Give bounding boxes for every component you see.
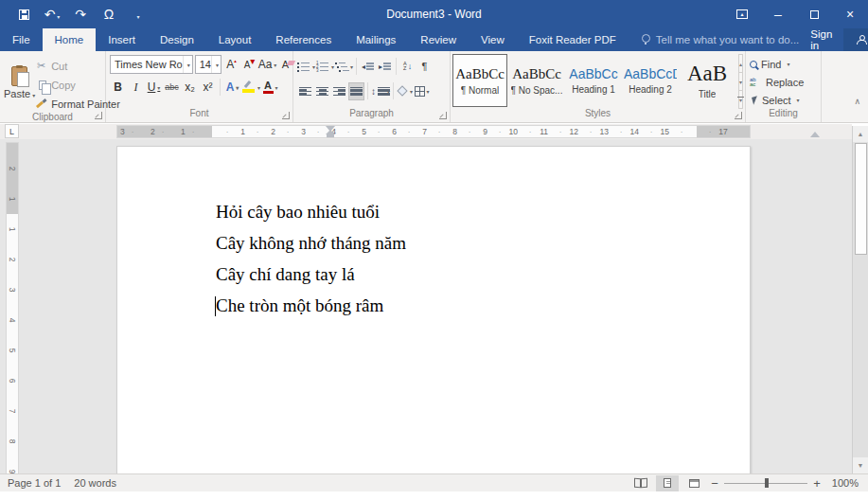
ribbon-tab[interactable]: Foxit Reader PDF — [517, 28, 629, 51]
styles-more-button[interactable] — [738, 90, 743, 109]
font-size-dropdown-arrow[interactable] — [211, 56, 221, 73]
ribbon-tab[interactable]: Review — [408, 28, 469, 51]
subscript-button[interactable]: x₂ — [182, 79, 198, 97]
line-spacing-button[interactable]: ↕ — [371, 82, 390, 100]
justify-button[interactable] — [348, 82, 364, 100]
document-page[interactable]: Hỏi cây bao nhiêu tuổiCây không nhớ thán… — [116, 146, 751, 473]
numbering-button[interactable] — [316, 58, 334, 76]
find-button[interactable]: Find — [750, 56, 817, 72]
document-text-line[interactable]: Che tròn một bóng râm — [216, 295, 406, 327]
styles-scroll-down-button[interactable] — [738, 72, 743, 91]
ribbon-tab[interactable]: Mailings — [344, 28, 408, 51]
tell-me-box[interactable]: Tell me what you want to do... — [642, 28, 800, 51]
sign-in-button[interactable]: Sign in — [799, 28, 843, 51]
left-indent-marker[interactable] — [327, 134, 334, 137]
minimize-button[interactable]: – — [760, 0, 796, 28]
share-button[interactable]: Share — [843, 28, 868, 51]
ribbon-tab[interactable]: References — [263, 28, 344, 51]
ribbon-tab[interactable]: Insert — [96, 28, 148, 51]
styles-scroll-up-button[interactable] — [738, 54, 743, 73]
collapse-ribbon-button[interactable]: ∧ — [854, 97, 860, 106]
scroll-down-button[interactable]: ▼ — [853, 457, 868, 473]
print-layout-button[interactable] — [656, 475, 679, 491]
select-button[interactable]: Select — [750, 92, 817, 108]
vertical-scrollbar[interactable]: ▲ ▼ — [852, 126, 868, 473]
ruler-mark: 5 — [333, 126, 363, 137]
document-text-line[interactable]: Hỏi cây bao nhiêu tuổi — [216, 202, 406, 233]
tab-stop-selector[interactable]: L — [5, 124, 19, 138]
web-layout-button[interactable] — [682, 475, 705, 491]
zoom-slider-handle[interactable] — [765, 478, 769, 488]
align-center-button[interactable] — [314, 82, 330, 100]
style-card[interactable]: AaBbCcD Heading 2 — [623, 54, 678, 107]
zoom-level[interactable]: 100% — [826, 477, 859, 489]
close-button[interactable]: × — [832, 0, 868, 28]
ribbon-display-options-button[interactable] — [724, 0, 760, 28]
align-right-button[interactable] — [331, 82, 347, 100]
maximize-button[interactable] — [796, 0, 832, 28]
sort-button[interactable] — [399, 58, 416, 76]
document-text-line[interactable]: Cây chí dang tay lá — [216, 264, 406, 295]
styles-dialog-launcher[interactable] — [735, 112, 742, 119]
font-family-dropdown-arrow[interactable] — [183, 56, 192, 73]
grow-font-button[interactable]: A▴ — [223, 56, 239, 74]
bold-button[interactable]: B — [110, 79, 126, 97]
vertical-ruler[interactable]: 21 123456789 — [6, 142, 19, 473]
insert-symbol-button[interactable]: Ω — [97, 3, 121, 26]
text-highlight-button[interactable] — [242, 79, 260, 97]
paste-button[interactable]: Paste — [4, 54, 35, 112]
undo-button[interactable]: ↶ — [40, 3, 64, 26]
ribbon-tab[interactable]: Design — [148, 28, 206, 51]
text-effects-button[interactable]: A — [224, 79, 240, 97]
right-indent-marker[interactable] — [810, 132, 820, 137]
grow-font-arrow: ▴ — [234, 58, 237, 63]
scrollbar-thumb[interactable] — [855, 143, 867, 255]
customize-qat-button[interactable] — [125, 3, 150, 26]
italic-button[interactable]: I — [128, 79, 144, 97]
save-button[interactable] — [11, 3, 36, 26]
paragraph-dialog-launcher[interactable] — [439, 112, 447, 119]
clipboard-dialog-launcher[interactable] — [95, 112, 102, 119]
borders-button[interactable] — [414, 82, 430, 100]
strikethrough-button[interactable]: abc — [164, 79, 180, 97]
zoom-in-button[interactable]: + — [811, 476, 823, 491]
scroll-up-button[interactable]: ▲ — [853, 126, 868, 142]
superscript-button[interactable]: x² — [200, 79, 216, 97]
clear-formatting-button[interactable]: A — [277, 56, 293, 74]
change-case-button[interactable]: Aa — [259, 56, 275, 74]
shrink-font-button[interactable]: A▾ — [241, 56, 257, 74]
font-family-combobox[interactable]: Times New Ro — [110, 55, 193, 74]
style-card[interactable]: AaBbCc Heading 1 — [566, 54, 621, 107]
bullets-button[interactable] — [297, 58, 315, 76]
shading-button[interactable] — [397, 82, 413, 100]
read-mode-button[interactable] — [629, 475, 652, 491]
show-hide-marks-button[interactable]: ¶ — [416, 58, 433, 76]
ribbon-tab[interactable]: View — [469, 28, 517, 51]
style-card[interactable]: AaBbCc ¶ Normal — [452, 54, 507, 107]
replace-button[interactable]: Replace — [750, 74, 817, 90]
font-color-button[interactable]: A — [262, 79, 278, 97]
format-painter-icon — [36, 98, 46, 109]
ruler-mark: 7 — [394, 126, 424, 137]
zoom-out-button[interactable]: − — [709, 476, 720, 491]
font-dialog-launcher[interactable] — [282, 112, 290, 119]
undo-dropdown-arrow[interactable] — [55, 7, 60, 22]
page-count-status[interactable]: Page 1 of 1 — [8, 477, 61, 489]
word-count-status[interactable]: 20 words — [74, 477, 116, 489]
align-left-button[interactable] — [297, 82, 313, 100]
decrease-indent-button[interactable]: ◂ — [360, 58, 376, 76]
redo-button[interactable]: ↷ — [68, 3, 93, 26]
highlighter-icon — [242, 80, 256, 94]
increase-indent-button[interactable]: ▸ — [377, 58, 393, 76]
multilevel-list-button[interactable] — [335, 58, 353, 76]
ribbon-tab[interactable]: File — [0, 28, 43, 51]
zoom-slider[interactable] — [724, 477, 807, 489]
ribbon-tab[interactable]: Layout — [206, 28, 264, 51]
document-text-line[interactable]: Cây không nhớ tháng năm — [216, 233, 406, 264]
ribbon-tab[interactable]: Home — [43, 28, 97, 51]
underline-button[interactable]: U — [146, 79, 162, 97]
horizontal-ruler[interactable]: 321 123456789101112131415 17 — [116, 125, 751, 138]
font-size-combobox[interactable]: 14 — [195, 55, 221, 74]
style-card[interactable]: AaBbCc ¶ No Spac... — [509, 54, 564, 107]
style-card[interactable]: AaB Title — [680, 54, 735, 107]
